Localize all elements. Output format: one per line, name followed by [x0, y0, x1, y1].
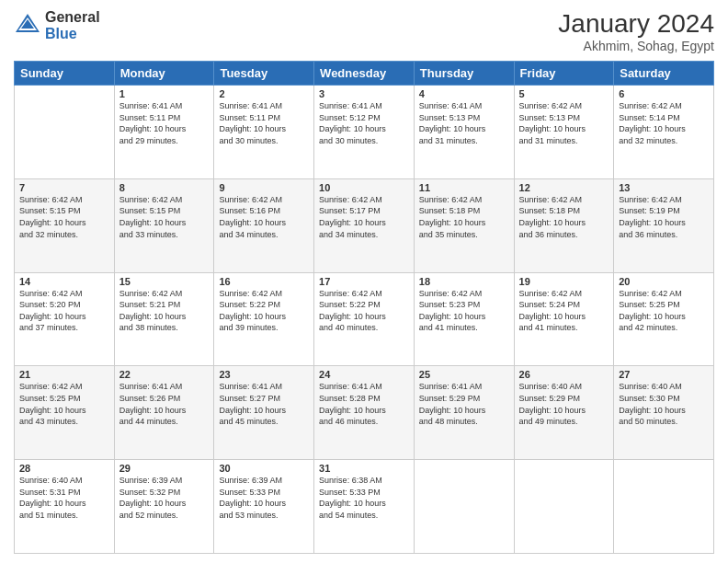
calendar-cell: 1Sunrise: 6:41 AM Sunset: 5:11 PM Daylig… [114, 86, 214, 179]
calendar-cell: 21Sunrise: 6:42 AM Sunset: 5:25 PM Dayli… [15, 366, 115, 460]
logo-icon [14, 12, 41, 40]
calendar-cell: 2Sunrise: 6:41 AM Sunset: 5:11 PM Daylig… [214, 86, 314, 179]
day-number: 7 [19, 182, 109, 193]
day-info: Sunrise: 6:41 AM Sunset: 5:28 PM Dayligh… [319, 381, 409, 427]
week-row-3: 21Sunrise: 6:42 AM Sunset: 5:25 PM Dayli… [15, 366, 714, 460]
calendar-cell: 22Sunrise: 6:41 AM Sunset: 5:26 PM Dayli… [114, 366, 214, 460]
day-header-wednesday: Wednesday [314, 62, 415, 86]
calendar-cell: 14Sunrise: 6:42 AM Sunset: 5:20 PM Dayli… [15, 272, 115, 366]
day-header-friday: Friday [514, 62, 614, 86]
day-number: 18 [419, 276, 509, 287]
calendar-cell: 7Sunrise: 6:42 AM Sunset: 5:15 PM Daylig… [15, 178, 115, 272]
calendar-cell: 4Sunrise: 6:41 AM Sunset: 5:13 PM Daylig… [414, 86, 514, 179]
day-number: 24 [319, 369, 409, 380]
day-info: Sunrise: 6:41 AM Sunset: 5:12 PM Dayligh… [319, 100, 409, 146]
day-info: Sunrise: 6:40 AM Sunset: 5:30 PM Dayligh… [619, 381, 709, 427]
calendar-cell: 12Sunrise: 6:42 AM Sunset: 5:18 PM Dayli… [514, 178, 614, 272]
logo-general-text: General [45, 9, 100, 26]
calendar-cell [414, 460, 514, 554]
calendar-cell: 16Sunrise: 6:42 AM Sunset: 5:22 PM Dayli… [214, 272, 314, 366]
day-info: Sunrise: 6:41 AM Sunset: 5:27 PM Dayligh… [219, 381, 309, 427]
calendar-cell: 17Sunrise: 6:42 AM Sunset: 5:22 PM Dayli… [314, 272, 415, 366]
day-info: Sunrise: 6:42 AM Sunset: 5:24 PM Dayligh… [519, 288, 609, 334]
day-number: 14 [19, 276, 109, 287]
day-info: Sunrise: 6:42 AM Sunset: 5:15 PM Dayligh… [19, 194, 109, 240]
calendar-cell [514, 460, 614, 554]
day-info: Sunrise: 6:42 AM Sunset: 5:25 PM Dayligh… [619, 288, 709, 334]
day-header-thursday: Thursday [414, 62, 514, 86]
calendar-cell: 31Sunrise: 6:38 AM Sunset: 5:33 PM Dayli… [314, 460, 415, 554]
calendar-cell: 15Sunrise: 6:42 AM Sunset: 5:21 PM Dayli… [114, 272, 214, 366]
day-info: Sunrise: 6:42 AM Sunset: 5:20 PM Dayligh… [19, 288, 109, 334]
calendar-cell [614, 460, 714, 554]
calendar-cell: 24Sunrise: 6:41 AM Sunset: 5:28 PM Dayli… [314, 366, 415, 460]
day-header-sunday: Sunday [15, 62, 115, 86]
day-number: 11 [419, 182, 509, 193]
calendar-cell: 18Sunrise: 6:42 AM Sunset: 5:23 PM Dayli… [414, 272, 514, 366]
day-info: Sunrise: 6:41 AM Sunset: 5:26 PM Dayligh… [119, 381, 210, 427]
title-block: January 2024 Akhmim, Sohag, Egypt [558, 9, 714, 53]
day-number: 1 [119, 88, 210, 99]
day-info: Sunrise: 6:40 AM Sunset: 5:29 PM Dayligh… [519, 381, 609, 427]
day-info: Sunrise: 6:42 AM Sunset: 5:22 PM Dayligh… [319, 288, 409, 334]
day-info: Sunrise: 6:42 AM Sunset: 5:14 PM Dayligh… [619, 100, 709, 146]
calendar-cell: 20Sunrise: 6:42 AM Sunset: 5:25 PM Dayli… [614, 272, 714, 366]
logo-text: General Blue [45, 9, 100, 41]
calendar-cell: 26Sunrise: 6:40 AM Sunset: 5:29 PM Dayli… [514, 366, 614, 460]
main-title: January 2024 [558, 9, 714, 39]
day-info: Sunrise: 6:42 AM Sunset: 5:25 PM Dayligh… [19, 381, 109, 427]
day-number: 17 [319, 276, 409, 287]
day-number: 21 [19, 369, 109, 380]
day-info: Sunrise: 6:42 AM Sunset: 5:16 PM Dayligh… [219, 194, 309, 240]
day-info: Sunrise: 6:39 AM Sunset: 5:32 PM Dayligh… [119, 475, 210, 521]
day-info: Sunrise: 6:38 AM Sunset: 5:33 PM Dayligh… [319, 475, 409, 521]
day-header-monday: Monday [114, 62, 214, 86]
day-number: 10 [319, 182, 409, 193]
calendar-cell: 25Sunrise: 6:41 AM Sunset: 5:29 PM Dayli… [414, 366, 514, 460]
calendar-cell: 3Sunrise: 6:41 AM Sunset: 5:12 PM Daylig… [314, 86, 415, 179]
calendar-body: 1Sunrise: 6:41 AM Sunset: 5:11 PM Daylig… [15, 86, 714, 554]
week-row-4: 28Sunrise: 6:40 AM Sunset: 5:31 PM Dayli… [15, 460, 714, 554]
day-info: Sunrise: 6:42 AM Sunset: 5:15 PM Dayligh… [119, 194, 210, 240]
day-number: 6 [619, 88, 709, 99]
calendar-cell: 23Sunrise: 6:41 AM Sunset: 5:27 PM Dayli… [214, 366, 314, 460]
day-info: Sunrise: 6:39 AM Sunset: 5:33 PM Dayligh… [219, 475, 309, 521]
week-row-2: 14Sunrise: 6:42 AM Sunset: 5:20 PM Dayli… [15, 272, 714, 366]
day-number: 9 [219, 182, 309, 193]
day-info: Sunrise: 6:42 AM Sunset: 5:17 PM Dayligh… [319, 194, 409, 240]
calendar-cell [15, 86, 115, 179]
day-number: 2 [219, 88, 309, 99]
week-row-1: 7Sunrise: 6:42 AM Sunset: 5:15 PM Daylig… [15, 178, 714, 272]
day-info: Sunrise: 6:42 AM Sunset: 5:23 PM Dayligh… [419, 288, 509, 334]
day-number: 15 [119, 276, 210, 287]
day-number: 27 [619, 369, 709, 380]
day-info: Sunrise: 6:42 AM Sunset: 5:21 PM Dayligh… [119, 288, 210, 334]
calendar-cell: 13Sunrise: 6:42 AM Sunset: 5:19 PM Dayli… [614, 178, 714, 272]
calendar-cell: 29Sunrise: 6:39 AM Sunset: 5:32 PM Dayli… [114, 460, 214, 554]
day-number: 22 [119, 369, 210, 380]
day-number: 13 [619, 182, 709, 193]
week-row-0: 1Sunrise: 6:41 AM Sunset: 5:11 PM Daylig… [15, 86, 714, 179]
calendar-cell: 27Sunrise: 6:40 AM Sunset: 5:30 PM Dayli… [614, 366, 714, 460]
day-number: 3 [319, 88, 409, 99]
calendar-cell: 9Sunrise: 6:42 AM Sunset: 5:16 PM Daylig… [214, 178, 314, 272]
day-number: 19 [519, 276, 609, 287]
day-header-saturday: Saturday [614, 62, 714, 86]
day-number: 25 [419, 369, 509, 380]
day-number: 26 [519, 369, 609, 380]
day-number: 28 [19, 463, 109, 474]
calendar-cell: 11Sunrise: 6:42 AM Sunset: 5:18 PM Dayli… [414, 178, 514, 272]
logo: General Blue [14, 9, 100, 41]
calendar-cell: 5Sunrise: 6:42 AM Sunset: 5:13 PM Daylig… [514, 86, 614, 179]
day-info: Sunrise: 6:41 AM Sunset: 5:11 PM Dayligh… [219, 100, 309, 146]
day-header-tuesday: Tuesday [214, 62, 314, 86]
calendar-cell: 19Sunrise: 6:42 AM Sunset: 5:24 PM Dayli… [514, 272, 614, 366]
day-info: Sunrise: 6:40 AM Sunset: 5:31 PM Dayligh… [19, 475, 109, 521]
calendar-cell: 30Sunrise: 6:39 AM Sunset: 5:33 PM Dayli… [214, 460, 314, 554]
day-number: 5 [519, 88, 609, 99]
day-number: 4 [419, 88, 509, 99]
day-info: Sunrise: 6:41 AM Sunset: 5:11 PM Dayligh… [119, 100, 210, 146]
day-info: Sunrise: 6:42 AM Sunset: 5:18 PM Dayligh… [519, 194, 609, 240]
day-info: Sunrise: 6:42 AM Sunset: 5:13 PM Dayligh… [519, 100, 609, 146]
day-number: 12 [519, 182, 609, 193]
